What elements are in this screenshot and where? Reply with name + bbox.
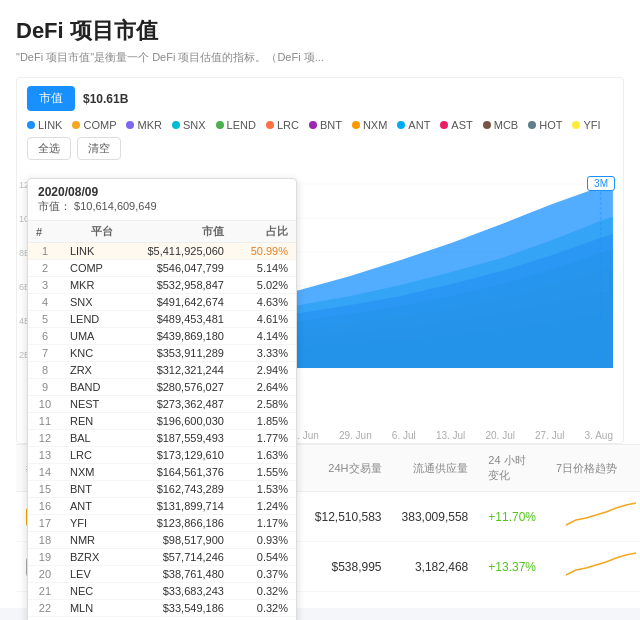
table-row: 4 SNX $491,642,674 4.63%: [28, 294, 296, 311]
legend-label: SNX: [183, 119, 206, 131]
cell-rank: 17: [28, 515, 62, 532]
cell-pct: 1.17%: [232, 515, 296, 532]
legend-dot: [27, 121, 35, 129]
cell-name: BAL: [62, 430, 121, 447]
cell-value: $131,899,714: [121, 498, 232, 515]
legend-label: LRC: [277, 119, 299, 131]
cell-value: $5,411,925,060: [121, 243, 232, 260]
table-row: 10 NEST $273,362,487 2.58%: [28, 396, 296, 413]
cell-pct: 2.58%: [232, 396, 296, 413]
cell-rank: 18: [28, 532, 62, 549]
legend-dot: [440, 121, 448, 129]
legend-item-link[interactable]: LINK: [27, 119, 62, 131]
legend-item-comp[interactable]: COMP: [72, 119, 116, 131]
legend-dot: [266, 121, 274, 129]
legend-label: MCB: [494, 119, 518, 131]
tooltip-popup: 2020/08/09 市值： $10,614,609,649 # 平台 市值 占…: [27, 178, 297, 620]
cell-pct: 1.63%: [232, 447, 296, 464]
cell-value: $31,075,780: [121, 617, 232, 621]
legend-item-hot[interactable]: HOT: [528, 119, 562, 131]
legend-label: MKR: [137, 119, 161, 131]
legend-item-nxm[interactable]: NXM: [352, 119, 387, 131]
legend-item-yfi[interactable]: YFI: [572, 119, 600, 131]
cell-value: $173,129,610: [121, 447, 232, 464]
legend-item-ant[interactable]: ANT: [397, 119, 430, 131]
legend-area: LINKCOMPMKRSNXLENDLRCBNTNXMANTASTMCBHOTY…: [17, 119, 623, 137]
legend-dot: [352, 121, 360, 129]
sparkline-chart: [556, 550, 636, 580]
cell-value: $439,869,180: [121, 328, 232, 345]
table-row: 12 BAL $187,559,493 1.77%: [28, 430, 296, 447]
cell-rank: 12: [28, 430, 62, 447]
cell-name: LEND: [62, 311, 121, 328]
cell-sparkline: [546, 542, 640, 592]
chart-area: 市值 $10.61B LINKCOMPMKRSNXLENDLRCBNTNXMAN…: [16, 77, 624, 444]
legend-label: BNT: [320, 119, 342, 131]
legend-item-snx[interactable]: SNX: [172, 119, 206, 131]
legend-item-mkr[interactable]: MKR: [126, 119, 161, 131]
clear-button[interactable]: 清空: [77, 137, 121, 160]
cell-pct: 0.93%: [232, 532, 296, 549]
cell-rank: 10: [28, 396, 62, 413]
time-label: 6. Jul: [392, 430, 416, 441]
cell-rank: 14: [28, 464, 62, 481]
cell-value: $33,683,243: [121, 583, 232, 600]
cell-name: NEC: [62, 583, 121, 600]
table-row: 3 MKR $532,958,847 5.02%: [28, 277, 296, 294]
legend-label: LINK: [38, 119, 62, 131]
legend-dot: [216, 121, 224, 129]
legend-item-ast[interactable]: AST: [440, 119, 472, 131]
cell-sparkline: [546, 492, 640, 542]
table-row: 14 NXM $164,561,376 1.55%: [28, 464, 296, 481]
sparkline-chart: [556, 500, 636, 530]
legend-item-lrc[interactable]: LRC: [266, 119, 299, 131]
cell-rank: 6: [28, 328, 62, 345]
market-cap-value: $10.61B: [83, 92, 128, 106]
period-3m-button[interactable]: 3M: [587, 176, 615, 191]
cell-supply: 383,009,558: [392, 492, 479, 542]
legend-dot: [397, 121, 405, 129]
cell-name: NEST: [62, 396, 121, 413]
cell-value: $98,517,900: [121, 532, 232, 549]
cell-name: YFI: [62, 515, 121, 532]
cell-change: +13.37%: [478, 542, 546, 592]
time-label: 20. Jul: [485, 430, 514, 441]
cell-rank: 7: [28, 345, 62, 362]
legend-item-lend[interactable]: LEND: [216, 119, 256, 131]
col-pct: 占比: [232, 221, 296, 243]
cell-volume: $538,995: [305, 542, 392, 592]
table-row: 9 BAND $280,576,027 2.64%: [28, 379, 296, 396]
tooltip-total-label: 市值：: [38, 200, 71, 212]
table-row: 21 NEC $33,683,243 0.32%: [28, 583, 296, 600]
legend-dot: [172, 121, 180, 129]
cell-name: MLN: [62, 600, 121, 617]
cell-pct: 50.99%: [232, 243, 296, 260]
table-row: 6 UMA $439,869,180 4.14%: [28, 328, 296, 345]
cell-change: +11.70%: [478, 492, 546, 542]
cell-name: MKR: [62, 277, 121, 294]
legend-dot: [309, 121, 317, 129]
time-label: 29. Jun: [339, 430, 372, 441]
table-row: 15 BNT $162,743,289 1.53%: [28, 481, 296, 498]
time-label: 13. Jul: [436, 430, 465, 441]
cell-pct: 4.63%: [232, 294, 296, 311]
legend-item-bnt[interactable]: BNT: [309, 119, 342, 131]
cell-supply: 3,182,468: [392, 542, 479, 592]
col-platform: 平台: [62, 221, 121, 243]
table-row: 18 NMR $98,517,900 0.93%: [28, 532, 296, 549]
cell-name: IDEX: [62, 617, 121, 621]
legend-item-mcb[interactable]: MCB: [483, 119, 518, 131]
th-change: 24 小时变化: [478, 445, 546, 492]
controls-row: 市值 $10.61B: [17, 78, 623, 119]
cell-value: $353,911,289: [121, 345, 232, 362]
chart-wrapper: 12B 10B 8B 6B 4B 2B: [17, 168, 623, 428]
chart-right-controls: 3M: [587, 176, 615, 191]
select-all-button[interactable]: 全选: [27, 137, 71, 160]
cell-rank: 20: [28, 566, 62, 583]
cell-name: UMA: [62, 328, 121, 345]
cell-pct: 5.14%: [232, 260, 296, 277]
cell-rank: 15: [28, 481, 62, 498]
th-supply: 流通供应量: [392, 445, 479, 492]
market-cap-button[interactable]: 市值: [27, 86, 75, 111]
table-row: 5 LEND $489,453,481 4.61%: [28, 311, 296, 328]
